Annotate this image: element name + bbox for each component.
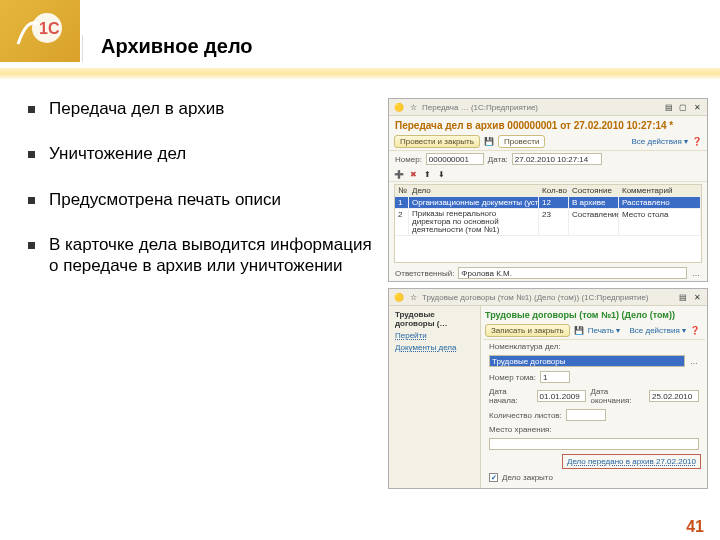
window-title: Передача … (1С:Предприятие) <box>422 103 538 112</box>
post-and-close-button[interactable]: Провести и закрыть <box>394 135 480 148</box>
responsible-field[interactable]: Фролова К.М. <box>458 267 687 279</box>
add-icon[interactable]: ➕ <box>394 169 404 179</box>
screenshot-transfer-window: 🟡 ☆ Передача … (1С:Предприятие) ▤ ▢ ✕ Пе… <box>388 98 708 282</box>
document-title: Трудовые договоры (том №1) (Дело (том)) <box>483 306 705 322</box>
close-icon[interactable]: ✕ <box>692 292 702 302</box>
app-icon: 🟡 <box>394 102 404 112</box>
bullet-text: Уничтожение дел <box>49 143 186 164</box>
delete-icon[interactable]: ✖ <box>408 169 418 179</box>
screenshot-case-window: 🟡 ☆ Трудовые договоры (том №1) (Дело (то… <box>388 288 708 489</box>
print-link[interactable]: Печать ▾ <box>588 326 620 335</box>
down-icon[interactable]: ⬇ <box>436 169 446 179</box>
responsible-label: Ответственный: <box>395 269 454 278</box>
place-label: Место хранения: <box>489 425 552 434</box>
logo-1c: 1С <box>0 0 80 62</box>
bullet-text: В карточке дела выводится информация о п… <box>49 234 378 277</box>
document-title: Передача дел в архив 000000001 от 27.02.… <box>389 116 707 133</box>
save-icon[interactable]: 💾 <box>574 326 584 336</box>
col-case: Дело <box>409 185 539 196</box>
cases-table[interactable]: № Дело Кол-во Состояние Комментарий 1 Ор… <box>394 184 702 263</box>
window-title: Трудовые договоры (том №1) (Дело (том)) … <box>422 293 649 302</box>
date-label: Дата: <box>488 155 508 164</box>
col-comment: Комментарий <box>619 185 701 196</box>
help-icon[interactable]: ❓ <box>692 137 702 147</box>
svg-text:1С: 1С <box>39 20 60 37</box>
select-icon[interactable]: … <box>689 356 699 366</box>
nomenclature-label: Номенклатура дел: <box>489 342 561 351</box>
date-open-field[interactable]: 01.01.2009 <box>537 390 587 402</box>
closed-checkbox[interactable]: ✔ <box>489 473 498 482</box>
bullet-list: Передача дел в архив Уничтожение дел Пре… <box>28 98 378 489</box>
sidebar-primary[interactable]: Трудовые договоры (… <box>395 310 474 328</box>
post-button[interactable]: Провести <box>498 135 545 148</box>
date-open-label: Дата начала: <box>489 387 533 405</box>
table-row[interactable]: 1 Организационные документы (устав … 12 … <box>395 197 701 209</box>
bullet-text: Предусмотрена печать описи <box>49 189 281 210</box>
sidebar-item-goto[interactable]: Перейти <box>395 331 474 340</box>
bullet-icon <box>28 242 35 249</box>
list-item: Уничтожение дел <box>28 143 378 164</box>
tools-icon[interactable]: ▤ <box>664 102 674 112</box>
app-icon: 🟡 <box>394 292 404 302</box>
tome-label: Номер тома: <box>489 373 536 382</box>
list-item: Предусмотрена печать описи <box>28 189 378 210</box>
date-field[interactable]: 27.02.2010 10:27:14 <box>512 153 602 165</box>
date-close-field[interactable]: 25.02.2010 <box>649 390 699 402</box>
nomenclature-field[interactable]: Трудовые договоры <box>489 355 685 367</box>
bullet-icon <box>28 197 35 204</box>
col-qty: Кол-во <box>539 185 569 196</box>
close-icon[interactable]: ✕ <box>692 102 702 112</box>
all-actions-link[interactable]: Все действия ▾ <box>631 137 688 146</box>
list-item: В карточке дела выводится информация о п… <box>28 234 378 277</box>
table-row[interactable]: 2 Приказы генерального директора по осно… <box>395 209 701 236</box>
date-close-label: Дата окончания: <box>590 387 645 405</box>
sheets-field[interactable] <box>566 409 606 421</box>
save-icon[interactable]: 💾 <box>484 137 494 147</box>
star-icon: ☆ <box>408 102 418 112</box>
col-state: Состояние <box>569 185 619 196</box>
number-field[interactable]: 000000001 <box>426 153 484 165</box>
place-field[interactable] <box>489 438 699 450</box>
bullet-text: Передача дел в архив <box>49 98 224 119</box>
header-gradient <box>0 68 720 80</box>
bullet-icon <box>28 151 35 158</box>
star-icon: ☆ <box>408 292 418 302</box>
list-item: Передача дел в архив <box>28 98 378 119</box>
tome-field[interactable]: 1 <box>540 371 570 383</box>
col-num: № <box>395 185 409 196</box>
archived-link[interactable]: Дело передано в архив 27.02.2010 <box>562 454 701 469</box>
select-icon[interactable]: … <box>691 268 701 278</box>
closed-label: Дело закрыто <box>502 473 553 482</box>
number-label: Номер: <box>395 155 422 164</box>
up-icon[interactable]: ⬆ <box>422 169 432 179</box>
tools-icon[interactable]: ▤ <box>678 292 688 302</box>
help-icon[interactable]: ❓ <box>690 326 700 336</box>
minimize-icon[interactable]: ▢ <box>678 102 688 112</box>
page-number: 41 <box>686 518 704 536</box>
save-and-close-button[interactable]: Записать и закрыть <box>485 324 570 337</box>
sidebar-item-docs[interactable]: Документы дела <box>395 343 474 352</box>
sheets-label: Количество листов: <box>489 411 562 420</box>
bullet-icon <box>28 106 35 113</box>
all-actions-link[interactable]: Все действия ▾ <box>629 326 686 335</box>
slide-title: Архивное дело <box>101 35 720 58</box>
